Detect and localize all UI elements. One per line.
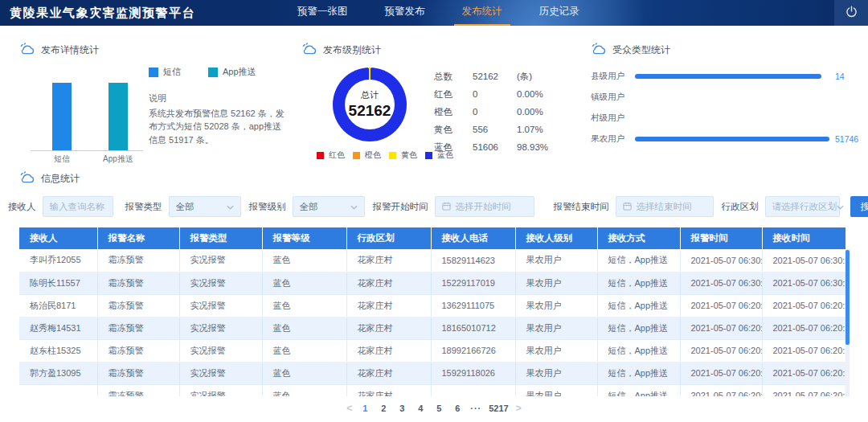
- nav-tab-1[interactable]: 预警一张图: [289, 0, 356, 26]
- audience-bar-track: [635, 95, 831, 100]
- chevron-down-icon: [227, 202, 234, 211]
- cloud-icon: [591, 42, 607, 58]
- table-cell: 霜冻预警: [97, 249, 179, 272]
- alarm-level-select[interactable]: 全部: [293, 196, 365, 217]
- table-cell: 2021-05-07 06:30:29: [762, 272, 845, 294]
- donut-center-value: 52162: [349, 102, 391, 120]
- legend-label: 橙色: [365, 150, 381, 161]
- page-button-5[interactable]: 5: [433, 404, 444, 413]
- table-cell: 实况报警: [179, 339, 262, 362]
- calendar-icon: [623, 202, 637, 212]
- table-cell: 短信，App推送: [597, 249, 680, 272]
- table-header-cell: 接收人级别: [515, 227, 597, 249]
- level-donut-chart: 总计 52162: [333, 68, 407, 141]
- page-prev-button[interactable]: <: [346, 403, 352, 414]
- audience-row: 县级用户14: [591, 66, 862, 87]
- alerts-table: 接收人报警名称报警类型报警等级行政区划接收人电话接收人级别接收方式报警时间接收时…: [19, 227, 846, 396]
- stat-value: 0: [473, 103, 517, 121]
- info-section-title: 信息统计: [19, 170, 868, 186]
- level-stat-row: 黄色5561.07%: [434, 121, 548, 138]
- table-cell: 2021-05-07 06:20:30: [762, 339, 845, 362]
- nav-tab-4[interactable]: 历史记录: [531, 0, 588, 26]
- table-cell: 霜冻预警: [97, 317, 179, 339]
- table-cell: 短信，App推送: [597, 317, 680, 339]
- table-cell: 短信，App推送: [597, 339, 680, 362]
- table-cell: 18165010712: [431, 317, 515, 339]
- legend-label: App推送: [223, 66, 256, 78]
- section-title-publish-detail: 发布详情统计: [19, 42, 99, 58]
- table-header-cell: 报警等级: [262, 227, 346, 249]
- table-cell: 15829114623: [431, 249, 515, 272]
- audience-label: 县级用户: [591, 71, 635, 82]
- table-cell: 2021-05-07 06:30:00: [680, 272, 762, 294]
- table-cell: 实况报警: [179, 384, 262, 396]
- table-cell: 实况报警: [179, 317, 262, 339]
- page-button-3[interactable]: 3: [396, 404, 407, 413]
- page-button-1[interactable]: 1: [359, 404, 371, 413]
- table-cell: 果农用户: [515, 339, 597, 362]
- table-header-row: 接收人报警名称报警类型报警等级行政区划接收人电话接收人级别接收方式报警时间接收时…: [19, 227, 845, 249]
- alarm-level-label: 报警级别: [249, 201, 286, 213]
- table-cell: 蓝色: [262, 317, 346, 339]
- selected-value: 全部: [176, 201, 227, 213]
- stat-label: 蓝色: [434, 138, 473, 156]
- cloud-icon: [301, 42, 317, 58]
- table-cell: 花家庄村: [346, 384, 431, 396]
- search-button[interactable]: 搜索: [850, 196, 868, 217]
- table-cell: 2021-05-07 06:30:00: [680, 249, 762, 272]
- page-button-4[interactable]: 4: [415, 404, 426, 413]
- table-cell: 实况报警: [179, 294, 262, 317]
- audience-row: 果农用户51746: [591, 129, 862, 150]
- stat-value: 52162: [473, 68, 517, 85]
- table-cell: 15229117019: [431, 272, 515, 294]
- audience-label: 镇级用户: [591, 92, 635, 103]
- cloud-icon: [19, 170, 35, 186]
- audience-value: 14: [835, 72, 845, 81]
- info-title-text: 信息统计: [41, 172, 80, 186]
- table-cell: 短信，App推送: [597, 362, 680, 384]
- alerts-table-wrapper: 接收人报警名称报警类型报警等级行政区划接收人电话接收人级别接收方式报警时间接收时…: [19, 227, 850, 396]
- table-cell: 花家庄村: [346, 249, 431, 272]
- section-title-publish-level: 发布级别统计: [301, 42, 381, 58]
- table-cell: 郭方盈13095: [19, 362, 97, 384]
- table-cell: 果农用户: [515, 272, 597, 294]
- selected-value: 全部: [300, 201, 350, 213]
- legend-swatch: [317, 152, 324, 159]
- page-next-button[interactable]: >: [516, 403, 522, 414]
- table-cell: 霜冻预警: [97, 339, 179, 362]
- table-row: 霜冻预警实况报警蓝色花家庄村果农用户短信，App推送2021-05-07 06:…: [19, 384, 845, 396]
- start-time-input[interactable]: 选择开始时间: [435, 196, 534, 217]
- table-header-cell: 接收人: [19, 227, 97, 249]
- nav-tab-3[interactable]: 发布统计: [454, 0, 510, 26]
- audience-value: 51746: [835, 134, 858, 144]
- power-button[interactable]: [834, 0, 868, 26]
- legend-label: 红色: [329, 150, 345, 161]
- table-cell: 赵东柱15325: [19, 339, 97, 362]
- pagination: <123456···5217>: [0, 403, 868, 414]
- panel-audience: 受众类型统计 县级用户14镇级用户村级用户果农用户51746: [579, 32, 868, 162]
- alarm-type-select[interactable]: 全部: [169, 196, 241, 217]
- nav-tab-2[interactable]: 预警发布: [377, 0, 433, 26]
- table-cell: [19, 384, 97, 396]
- audience-bar: [635, 137, 829, 141]
- region-select[interactable]: 请选择行政区划: [765, 196, 840, 217]
- audience-rows: 县级用户14镇级用户村级用户果农用户51746: [591, 66, 862, 150]
- end-time-input[interactable]: 选择结束时间: [616, 196, 714, 217]
- table-cell: 2021-05-07 06:20:29: [762, 362, 845, 384]
- table-cell: 花家庄村: [346, 339, 431, 362]
- page-button-6[interactable]: 6: [452, 404, 463, 413]
- page-button-2[interactable]: 2: [378, 404, 389, 413]
- receiver-label: 接收人: [8, 201, 36, 213]
- table-cell: 2021-05-07 06:20:00: [680, 384, 762, 396]
- receiver-input[interactable]: [43, 196, 113, 217]
- legend-item: 红色: [317, 150, 345, 161]
- table-scrollbar-thumb[interactable]: [845, 250, 850, 345]
- table-cell: 短信，App推送: [597, 294, 680, 317]
- calendar-icon: [442, 202, 456, 212]
- cloud-icon: [19, 42, 35, 58]
- table-header-cell: 报警类型: [179, 227, 262, 249]
- bar-1: [52, 83, 72, 150]
- table-cell: 2021-05-07 06:30:29: [762, 249, 845, 272]
- page-button-5217[interactable]: 5217: [489, 404, 508, 413]
- legend-swatch: [208, 68, 218, 77]
